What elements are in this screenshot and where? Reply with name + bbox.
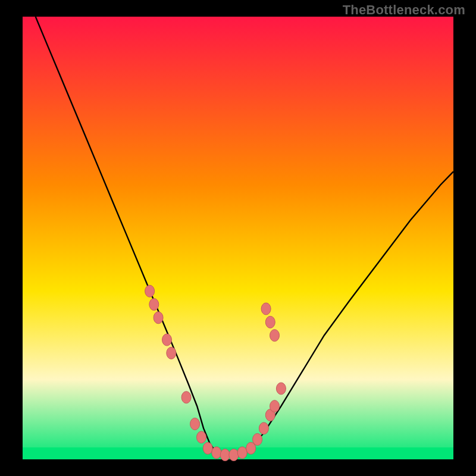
data-marker [259,422,268,434]
data-marker [181,392,191,403]
data-marker [220,449,230,461]
data-marker [229,449,239,461]
data-marker [197,431,206,443]
data-marker [149,299,159,311]
watermark-label: TheBottleneck.com [343,2,465,18]
data-marker [190,418,200,430]
data-marker [265,316,275,328]
data-marker [212,447,221,459]
data-marker [162,334,172,346]
data-marker [203,442,212,454]
data-marker [276,383,286,394]
data-marker [237,447,247,459]
data-marker [270,400,280,412]
gradient-background [23,17,453,459]
data-marker [145,285,155,297]
data-marker [154,312,163,324]
chart-stage: TheBottleneck.com [0,0,476,476]
data-marker [253,434,262,446]
bottleneck-chart [0,0,476,476]
data-marker [261,303,271,315]
data-marker [270,330,280,342]
data-marker [167,347,176,359]
